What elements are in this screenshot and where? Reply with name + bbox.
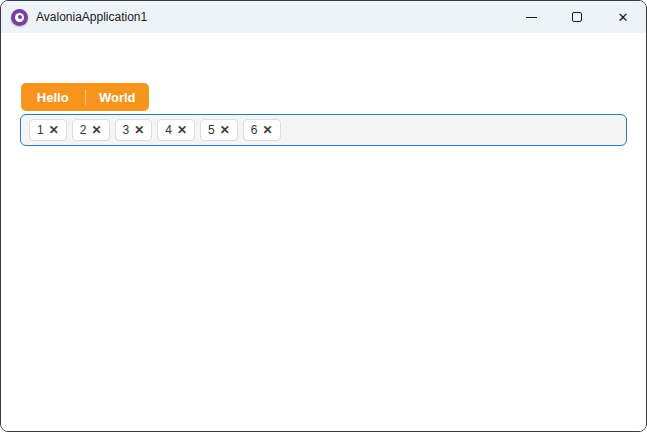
chip-close-icon[interactable]: ✕ [134, 124, 144, 136]
chip-label: 2 [80, 123, 87, 137]
close-icon: ✕ [618, 11, 629, 24]
chip-label: 5 [208, 123, 215, 137]
chip-close-icon[interactable]: ✕ [177, 124, 187, 136]
chip-label: 1 [37, 123, 44, 137]
tab-strip: Hello World [21, 83, 149, 111]
tab-world[interactable]: World [86, 83, 150, 111]
chips-container[interactable]: 1 ✕ 2 ✕ 3 ✕ 4 ✕ 5 ✕ 6 ✕ [20, 114, 627, 146]
minimize-button[interactable] [508, 1, 554, 33]
chip-close-icon[interactable]: ✕ [91, 124, 101, 136]
app-window: AvaloniaApplication1 ✕ Hello World 1 ✕ [0, 0, 647, 432]
chip-close-icon[interactable]: ✕ [49, 124, 59, 136]
chip-2[interactable]: 2 ✕ [72, 119, 110, 141]
chip-5[interactable]: 5 ✕ [200, 119, 238, 141]
chip-label: 3 [123, 123, 130, 137]
tab-hello[interactable]: Hello [21, 83, 85, 111]
chip-1[interactable]: 1 ✕ [29, 119, 67, 141]
chip-4[interactable]: 4 ✕ [157, 119, 195, 141]
caption-buttons: ✕ [508, 1, 646, 33]
maximize-button[interactable] [554, 1, 600, 33]
main-content: Hello World 1 ✕ 2 ✕ 3 ✕ 4 ✕ 5 ✕ [1, 33, 646, 432]
chip-label: 6 [251, 123, 258, 137]
maximize-icon [572, 12, 582, 22]
chip-close-icon[interactable]: ✕ [262, 124, 272, 136]
chip-6[interactable]: 6 ✕ [243, 119, 281, 141]
window-title: AvaloniaApplication1 [36, 10, 147, 24]
avalonia-logo-icon [11, 9, 28, 26]
title-bar: AvaloniaApplication1 ✕ [1, 1, 646, 33]
chip-close-icon[interactable]: ✕ [220, 124, 230, 136]
chip-3[interactable]: 3 ✕ [115, 119, 153, 141]
minimize-icon [526, 17, 537, 18]
chip-label: 4 [165, 123, 172, 137]
close-button[interactable]: ✕ [600, 1, 646, 33]
